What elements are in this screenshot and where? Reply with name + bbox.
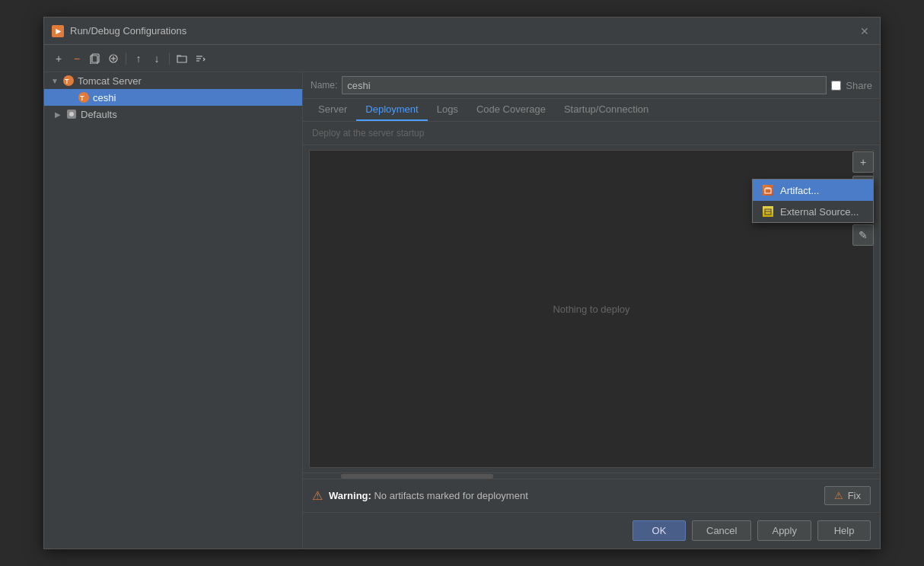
content-inner: Deploy at the server startup Nothing to … bbox=[303, 122, 880, 512]
scrollbar-thumb bbox=[341, 474, 493, 479]
edit-deploy-button[interactable]: ✎ bbox=[852, 224, 874, 246]
sidebar-item-defaults[interactable]: ▶ Defaults bbox=[44, 106, 302, 122]
dropdown-item-external-source[interactable]: External Source... bbox=[753, 201, 873, 222]
tab-logs[interactable]: Logs bbox=[428, 99, 467, 121]
fix-button[interactable]: ⚠ Fix bbox=[824, 486, 871, 505]
edit-config-button[interactable] bbox=[105, 50, 122, 67]
add-deploy-wrapper: + Artifact... bbox=[852, 151, 874, 173]
add-deploy-button[interactable]: + bbox=[852, 151, 874, 173]
name-bar: Name: Share bbox=[303, 72, 880, 99]
copy-config-button[interactable] bbox=[87, 50, 104, 67]
sidebar-item-ceshi[interactable]: T ceshi bbox=[44, 89, 302, 106]
defaults-icon bbox=[65, 108, 78, 120]
content-panel: Name: Share Server Deployment Logs Code … bbox=[303, 72, 880, 549]
name-input[interactable] bbox=[342, 76, 827, 94]
fix-icon: ⚠ bbox=[834, 490, 843, 501]
title-bar-left: ▶ Run/Debug Configurations bbox=[52, 25, 186, 37]
add-dropdown-menu: Artifact... External Source.. bbox=[752, 179, 874, 223]
remove-config-button[interactable]: − bbox=[69, 50, 85, 67]
sidebar: ▼ T Tomcat Server T ceshi ▶ Defa bbox=[44, 72, 303, 549]
warning-bold: Warning: bbox=[329, 490, 371, 501]
nothing-to-deploy-text: Nothing to deploy bbox=[553, 304, 629, 315]
tab-deployment[interactable]: Deployment bbox=[356, 99, 427, 121]
defaults-label: Defaults bbox=[81, 109, 117, 120]
tomcat-server-label: Tomcat Server bbox=[78, 75, 142, 87]
external-source-icon bbox=[762, 205, 774, 218]
window-title: Run/Debug Configurations bbox=[70, 25, 186, 37]
move-down-button[interactable]: ↓ bbox=[148, 50, 165, 67]
tomcat-icon: T bbox=[62, 75, 75, 87]
artifact-label: Artifact... bbox=[780, 185, 819, 196]
add-config-button[interactable]: + bbox=[50, 50, 67, 67]
horizontal-scrollbar[interactable] bbox=[303, 472, 880, 479]
side-buttons: + Artifact... bbox=[852, 151, 874, 246]
deploy-hint: Deploy at the server startup bbox=[303, 122, 880, 145]
svg-rect-14 bbox=[765, 189, 771, 193]
tab-server[interactable]: Server bbox=[309, 99, 356, 121]
warning-icon: ⚠ bbox=[312, 488, 323, 503]
toolbar-sep-1 bbox=[126, 52, 126, 65]
ceshi-icon: T bbox=[78, 91, 90, 103]
warning-bar: ⚠ Warning: No artifacts marked for deplo… bbox=[303, 479, 880, 512]
artifact-icon bbox=[762, 184, 774, 196]
ok-button[interactable]: OK bbox=[632, 520, 686, 541]
sort-button[interactable] bbox=[192, 50, 209, 67]
help-button[interactable]: Help bbox=[817, 520, 871, 541]
warning-text: Warning: No artifacts marked for deploym… bbox=[329, 490, 818, 501]
tab-startup-connection[interactable]: Startup/Connection bbox=[555, 99, 658, 121]
cancel-button[interactable]: Cancel bbox=[692, 520, 751, 541]
tab-code-coverage[interactable]: Code Coverage bbox=[467, 99, 555, 121]
tree-arrow-defaults: ▶ bbox=[53, 110, 62, 119]
ceshi-label: ceshi bbox=[93, 92, 116, 103]
share-label: Share bbox=[846, 80, 872, 91]
sidebar-item-tomcat-server[interactable]: ▼ T Tomcat Server bbox=[44, 72, 302, 89]
svg-text:T: T bbox=[80, 94, 84, 102]
tree-arrow-tomcat: ▼ bbox=[50, 77, 59, 85]
svg-text:T: T bbox=[65, 78, 69, 85]
name-label: Name: bbox=[311, 80, 337, 91]
apply-button[interactable]: Apply bbox=[757, 520, 811, 541]
run-debug-dialog: ▶ Run/Debug Configurations ✕ + − ↑ ↓ bbox=[43, 17, 881, 549]
warning-normal: No artifacts marked for deployment bbox=[374, 490, 527, 501]
dropdown-item-artifact[interactable]: Artifact... bbox=[753, 180, 873, 201]
app-icon: ▶ bbox=[52, 25, 64, 37]
toolbar-sep-2 bbox=[169, 52, 170, 65]
folder-button[interactable] bbox=[174, 50, 190, 67]
deploy-content: Nothing to deploy + bbox=[303, 145, 880, 472]
tabs-bar: Server Deployment Logs Code Coverage Sta… bbox=[303, 99, 880, 122]
bottom-bar: OK Cancel Apply Help bbox=[303, 512, 880, 549]
share-checkbox[interactable] bbox=[831, 81, 841, 91]
toolbar: + − ↑ ↓ bbox=[44, 45, 880, 72]
external-source-label: External Source... bbox=[780, 206, 859, 218]
main-area: ▼ T Tomcat Server T ceshi ▶ Defa bbox=[44, 72, 880, 549]
title-bar: ▶ Run/Debug Configurations ✕ bbox=[44, 17, 880, 45]
deploy-wrapper: Deploy at the server startup Nothing to … bbox=[303, 122, 880, 512]
move-up-button[interactable]: ↑ bbox=[130, 50, 147, 67]
close-button[interactable]: ✕ bbox=[857, 24, 872, 39]
fix-label: Fix bbox=[848, 490, 861, 501]
svg-point-13 bbox=[69, 112, 74, 116]
